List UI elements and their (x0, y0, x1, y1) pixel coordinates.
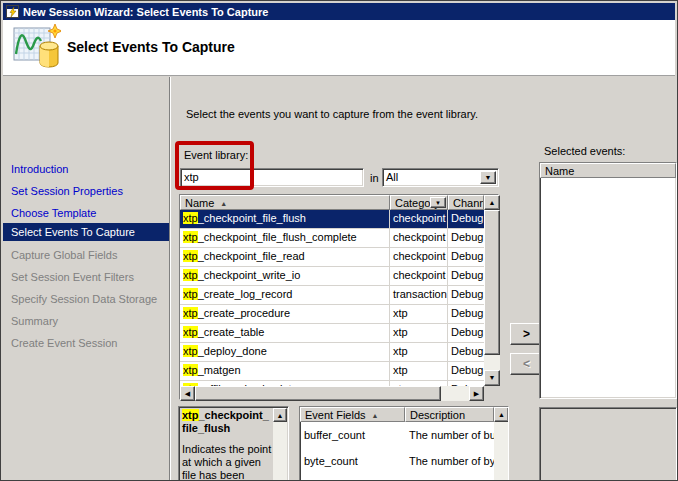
event-row[interactable]: xtp_checkpoint_file_readcheckpointDebug (180, 248, 484, 267)
scrollbar-corner (484, 386, 500, 401)
hscroll-right-icon[interactable]: ▶ (469, 386, 484, 401)
event-description-panel: xtp_checkpoint_file_flush Indicates the … (178, 406, 289, 481)
field-row[interactable]: buffer_countThe number of buf (300, 422, 494, 448)
event-rows: xtp_checkpoint_file_flushcheckpointDebug… (180, 210, 484, 386)
event-fields-panel: Event Fields▲ Description buffer_countTh… (299, 406, 509, 481)
event-row[interactable]: xtp_checkpoint_file_flush_completecheckp… (180, 229, 484, 248)
column-header-description[interactable]: Description (405, 407, 494, 422)
hscroll-left-icon[interactable]: ◀ (180, 386, 195, 401)
sidebar-item[interactable]: Choose Template (11, 207, 96, 219)
description-scroll-up-icon[interactable]: ▲ (273, 408, 287, 422)
sidebar-item: Set Session Event Filters (11, 271, 134, 283)
event-row[interactable]: xtp_create_procedurextpDebug (180, 305, 484, 324)
event-row[interactable]: xtp_checkpoint_write_iocheckpointDebug (180, 267, 484, 286)
column-header-event-fields[interactable]: Event Fields▲ (300, 407, 405, 422)
header-band: Select Events To Capture (3, 20, 675, 76)
vscroll-up-icon[interactable]: ▲ (484, 195, 500, 210)
event-session-wizard-icon (13, 24, 61, 70)
scope-dropdown[interactable]: All ▼ (382, 168, 499, 187)
sort-ascending-icon: ▲ (220, 200, 227, 207)
sidebar-item[interactable]: Set Session Properties (11, 185, 123, 197)
selected-event-description-panel (539, 407, 677, 481)
column-header-name[interactable]: Name▲ (180, 195, 390, 210)
event-library-search-input[interactable]: xtp (180, 168, 364, 187)
event-library-table: Name▲ Category ▼ Chann xtp_checkpoint_fi… (179, 194, 499, 400)
description-body: Indicates the point at which a given fil… (182, 443, 272, 481)
event-row[interactable]: xtp_create_log_recordtransactionDebug (180, 286, 484, 305)
sort-ascending-icon: ▲ (372, 412, 379, 419)
field-rows: buffer_countThe number of bufbyte_countT… (300, 422, 494, 481)
category-filter-icon[interactable]: ▼ (430, 197, 446, 208)
page-title: Select Events To Capture (67, 39, 235, 55)
sidebar-item: Capture Global Fields (11, 249, 117, 261)
sidebar-item[interactable]: Introduction (11, 163, 68, 175)
description-scroll-track[interactable] (273, 422, 287, 481)
description-title-highlight: xtp (182, 409, 199, 421)
column-header-channel[interactable]: Chann (448, 195, 484, 210)
event-row[interactable]: xtp_checkpoint_file_flushcheckpointDebug (180, 210, 484, 229)
wizard-window: New Session Wizard: Select Events To Cap… (0, 0, 678, 481)
scope-dropdown-value: All (386, 171, 398, 183)
sidebar-item[interactable]: Select Events To Capture (3, 223, 169, 241)
event-description: xtp_checkpoint_file_flush Indicates the … (182, 409, 272, 481)
fields-scroll-track[interactable] (494, 422, 509, 481)
selected-events-column-name[interactable]: Name (540, 163, 676, 178)
sidebar-item: Summary (11, 315, 58, 327)
vscroll-down-icon[interactable]: ▼ (484, 370, 500, 386)
title-bar[interactable]: New Session Wizard: Select Events To Cap… (3, 3, 675, 20)
scope-dropdown-arrow-icon[interactable]: ▼ (480, 171, 496, 184)
vscroll-thumb[interactable] (484, 210, 500, 355)
event-row[interactable]: xtp_matgenxtpDebug (180, 362, 484, 381)
hscroll-thumb[interactable] (195, 386, 441, 401)
event-table-header: Name▲ Category ▼ Chann (180, 195, 484, 210)
in-label: in (370, 172, 379, 184)
field-row[interactable]: byte_countThe number of byt (300, 448, 494, 474)
sidebar-divider (169, 77, 171, 480)
window-title: New Session Wizard: Select Events To Cap… (23, 6, 268, 18)
sidebar-item: Create Event Session (11, 337, 117, 349)
sidebar: IntroductionSet Session PropertiesChoose… (3, 77, 169, 480)
selected-events-label: Selected events: (544, 145, 625, 157)
fields-table-header: Event Fields▲ Description (300, 407, 494, 422)
column-header-category[interactable]: Category ▼ (390, 195, 448, 210)
instruction-text: Select the events you want to capture fr… (186, 108, 478, 120)
field-row[interactable]: database_idID of the database (300, 474, 494, 481)
sidebar-item: Specify Session Data Storage (11, 293, 157, 305)
fields-scroll-up-icon[interactable]: ▲ (494, 407, 509, 422)
event-row[interactable]: xtp_create_tablextpDebug (180, 324, 484, 343)
window-lightning-icon (6, 5, 19, 18)
event-row[interactable]: xtp_deploy_donextpDebug (180, 343, 484, 362)
event-library-label: Event library: (184, 149, 248, 161)
selected-events-table: Name (539, 162, 677, 399)
